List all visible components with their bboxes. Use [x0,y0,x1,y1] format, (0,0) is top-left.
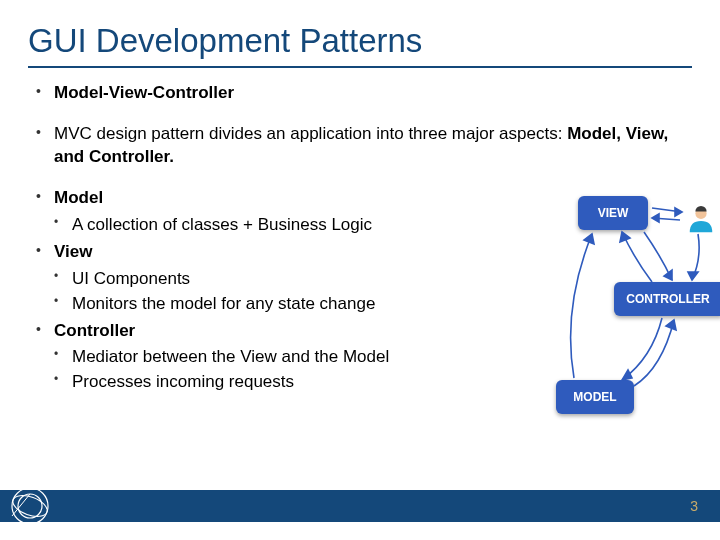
svg-marker-5 [620,232,630,242]
svg-marker-6 [622,370,632,380]
footer-bar [0,490,720,522]
svg-marker-8 [584,234,594,244]
mvc-diagram: VIEW CONTROLLER MODEL [502,188,720,438]
page-number: 3 [690,498,698,514]
svg-marker-7 [666,320,676,330]
svg-point-10 [18,494,42,518]
cern-logo-icon [10,486,50,526]
slide-title: GUI Development Patterns [0,0,720,66]
bullet-text-pre: MVC design pattern divides an applicatio… [54,124,567,143]
bullet-mvc-description: MVC design pattern divides an applicatio… [36,123,692,169]
bullet-text: Model-View-Controller [54,83,234,102]
svg-marker-2 [652,214,659,222]
svg-marker-1 [675,208,682,216]
svg-point-11 [10,491,50,520]
bullet-heading: Model [54,188,103,207]
slide: GUI Development Patterns Model-View-Cont… [0,0,720,540]
title-underline [28,66,692,68]
svg-marker-3 [688,272,698,280]
bullet-mvc-name: Model-View-Controller [36,82,692,105]
diagram-arrows [502,188,720,438]
bullet-heading: View [54,242,92,261]
bullet-heading: Controller [54,321,135,340]
